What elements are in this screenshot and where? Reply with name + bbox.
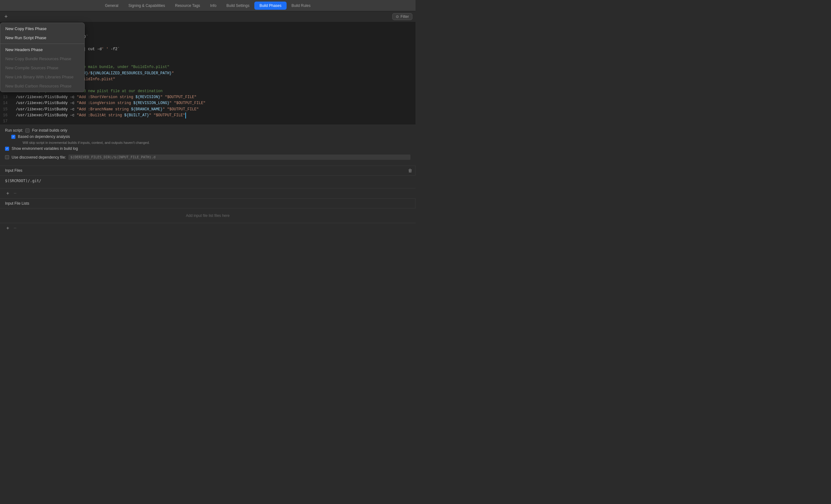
dependency-checkbox[interactable]: ✓ <box>11 135 16 139</box>
input-files-delete-button[interactable]: 🗑 <box>408 168 412 173</box>
input-files-remove-button[interactable]: − <box>12 190 18 197</box>
menu-new-copy-files[interactable]: New Copy Files Phase <box>0 24 84 33</box>
input-file-lists-placeholder: Add input file list files here <box>0 208 416 223</box>
dependency-note: Will skip script in incremental builds i… <box>5 141 410 145</box>
dependency-row: ✓ Based on dependency analysis <box>5 135 410 139</box>
input-file-lists-label: Input File Lists <box>5 201 29 206</box>
menu-new-headers[interactable]: New Headers Phase <box>0 45 84 54</box>
input-file-lists-section: Input File Lists Add input file list fil… <box>0 199 416 233</box>
input-file-lists-header: Input File Lists <box>0 199 416 208</box>
tab-build-settings[interactable]: Build Settings <box>221 2 254 10</box>
show-env-checkbox[interactable]: ✓ <box>5 147 9 151</box>
input-files-content: $(SRCROOT)/.git/ <box>0 176 416 188</box>
for-install-checkbox[interactable] <box>25 128 29 132</box>
use-dep-checkbox[interactable] <box>5 155 9 159</box>
tab-build-phases[interactable]: Build Phases <box>254 2 286 10</box>
input-files-add-button[interactable]: + <box>5 190 10 197</box>
input-file-path: $(SRCROOT)/.git/ <box>5 179 41 183</box>
code-line: 14 /usr/libexec/PlistBuddy -c "Add :Long… <box>0 100 416 106</box>
show-env-row: ✓ Show environment variables in build lo… <box>5 146 410 151</box>
code-line: 15 /usr/libexec/PlistBuddy -c "Add :Bran… <box>0 107 416 113</box>
input-files-section: Input Files 🗑 $(SRCROOT)/.git/ + − <box>0 166 416 199</box>
filter-icon: ⊙ <box>396 14 399 19</box>
settings-area: Run script: For install builds only ✓ Ba… <box>0 124 416 166</box>
input-file-lists-add-button[interactable]: + <box>5 225 10 231</box>
input-files-controls: + − <box>0 188 416 199</box>
menu-new-run-script[interactable]: New Run Script Phase <box>0 33 84 42</box>
for-install-label: For install builds only <box>32 128 67 132</box>
menu-new-compile-sources: New Compile Sources Phase <box>0 63 84 72</box>
menu-new-copy-bundle: New Copy Bundle Resources Phase <box>0 54 84 63</box>
code-line: 17 <box>0 118 416 124</box>
dependency-label: Based on dependency analysis <box>18 135 70 139</box>
filter-button[interactable]: ⊙ Filter <box>392 13 412 20</box>
toolbar: + ⊙ Filter New Copy Files Phase New Run … <box>0 11 416 22</box>
tab-resource-tags[interactable]: Resource Tags <box>170 2 205 10</box>
tab-signing[interactable]: Signing & Capabilities <box>123 2 170 10</box>
input-files-header: Input Files 🗑 <box>0 166 416 176</box>
input-file-lists-remove-button[interactable]: − <box>12 225 18 231</box>
menu-new-link-binary: New Link Binary With Libraries Phase <box>0 72 84 82</box>
main-container: + ⊙ Filter New Copy Files Phase New Run … <box>0 11 416 252</box>
input-files-label: Input Files <box>5 168 22 173</box>
filter-label: Filter <box>400 14 409 19</box>
code-line: 13 /usr/libexec/PlistBuddy -c "Add :Shor… <box>0 94 416 100</box>
run-script-row: Run script: For install builds only <box>5 128 410 132</box>
tab-build-rules[interactable]: Build Rules <box>287 2 316 10</box>
tab-general[interactable]: General <box>100 2 123 10</box>
add-phase-button[interactable]: + <box>3 14 9 20</box>
menu-separator <box>0 43 84 44</box>
tab-bar: General Signing & Capabilities Resource … <box>0 0 416 11</box>
run-script-label: Run script: <box>5 128 23 132</box>
code-line: 16 /usr/libexec/PlistBuddy -c "Add :Buil… <box>0 113 416 118</box>
dropdown-menu: New Copy Files Phase New Run Script Phas… <box>0 23 85 92</box>
show-env-label: Show environment variables in build log <box>11 146 78 151</box>
menu-new-build-carbon: New Build Carbon Resources Phase <box>0 82 84 91</box>
use-dep-label: Use discovered dependency file: <box>11 155 66 159</box>
dep-file-row: Use discovered dependency file: <box>5 153 410 162</box>
input-file-lists-controls: + − <box>0 223 416 233</box>
dep-file-input[interactable] <box>68 154 410 160</box>
tab-info[interactable]: Info <box>205 2 221 10</box>
